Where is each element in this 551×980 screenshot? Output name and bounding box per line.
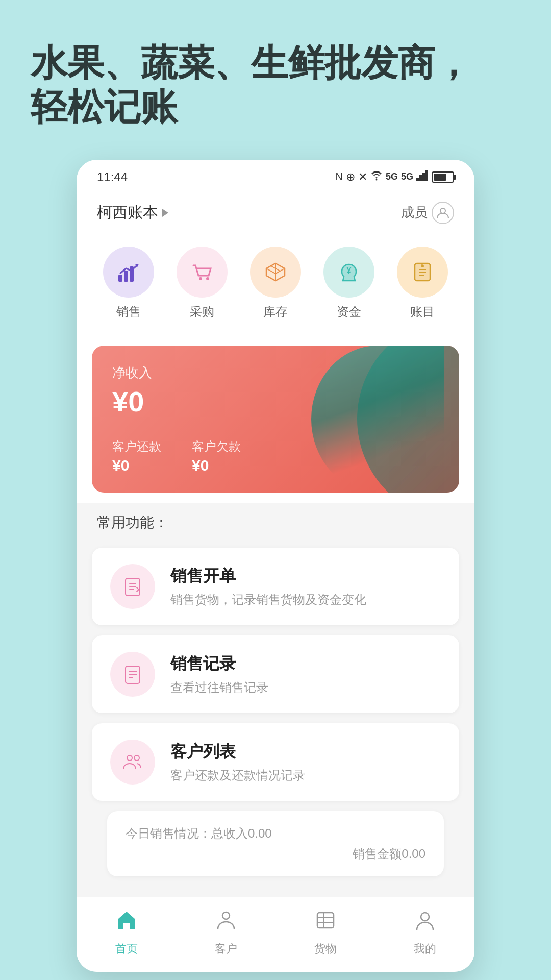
svg-rect-27	[317, 913, 334, 928]
battery-icon	[432, 172, 454, 183]
customer-repay-stat: 客户还款 ¥0	[112, 438, 161, 474]
svg-point-26	[222, 912, 230, 919]
nav-home[interactable]: 首页	[77, 908, 176, 957]
svg-point-25	[134, 755, 139, 761]
mine-nav-icon	[413, 908, 437, 937]
bottom-nav: 首页 客户	[77, 897, 474, 972]
svg-rect-4	[425, 170, 428, 181]
customers-nav-icon	[214, 908, 238, 937]
svg-point-0	[375, 179, 377, 180]
page-title: 水果、蔬菜、生鲜批发商， 轻松记账	[31, 41, 520, 129]
daily-sales-card: 今日销售情况：总收入0.00 销售金额0.00	[107, 811, 444, 876]
income-banner: 净收入 ¥0 客户还款 ¥0 客户欠款 ¥0	[92, 346, 459, 493]
svg-rect-6	[118, 275, 122, 282]
funds-icon: ¥	[323, 247, 374, 298]
bluetooth-icon: ⊕	[346, 170, 355, 184]
svg-point-5	[440, 208, 445, 213]
member-avatar-icon	[432, 202, 454, 224]
function-list: 销售开单 销售货物，记录销售货物及资金变化	[77, 537, 474, 811]
sales-icon	[103, 247, 154, 298]
nav-customers[interactable]: 客户	[176, 908, 276, 957]
function-sales-record[interactable]: 销售记录 查看过往销售记录	[92, 635, 459, 713]
accounts-icon: ¥	[397, 247, 448, 298]
feature-inventory[interactable]: 库存	[250, 247, 301, 320]
feature-sales[interactable]: 销售	[103, 247, 154, 320]
svg-rect-2	[419, 175, 422, 181]
common-functions-title: 常用功能：	[77, 503, 474, 537]
account-name-btn[interactable]: 柯西账本	[97, 202, 168, 223]
customer-list-text: 客户列表 客户还款及还款情况记录	[170, 741, 441, 783]
svg-rect-3	[422, 173, 425, 181]
customer-owe-stat: 客户欠款 ¥0	[192, 438, 241, 474]
svg-point-11	[206, 277, 209, 280]
app-content: 柯西账本 成员	[77, 189, 474, 897]
daily-sales-section: 今日销售情况：总收入0.00 销售金额0.00	[77, 811, 474, 897]
sales-order-text: 销售开单 销售货物，记录销售货物及资金变化	[170, 565, 441, 608]
svg-rect-7	[124, 271, 128, 282]
sales-record-icon	[110, 652, 155, 697]
svg-point-24	[127, 755, 132, 761]
chevron-right-icon	[162, 209, 168, 217]
feature-accounts[interactable]: ¥ 账目	[397, 247, 448, 320]
nav-goods[interactable]: 货物	[276, 908, 375, 957]
function-customer-list[interactable]: 客户列表 客户还款及还款情况记录	[92, 723, 459, 801]
home-icon	[114, 908, 139, 937]
sales-order-icon	[110, 564, 155, 609]
svg-text:¥: ¥	[421, 262, 424, 269]
feature-grid: 销售 采购	[77, 236, 474, 335]
svg-point-10	[199, 277, 202, 280]
inventory-icon	[250, 247, 301, 298]
sales-record-text: 销售记录 查看过往销售记录	[170, 653, 441, 696]
svg-text:¥: ¥	[347, 266, 352, 275]
feature-funds[interactable]: ¥ 资金	[323, 247, 374, 320]
goods-nav-icon	[313, 908, 338, 937]
wifi-icon	[370, 170, 383, 184]
customer-list-icon	[110, 740, 155, 785]
nav-mine[interactable]: 我的	[375, 908, 474, 957]
svg-rect-1	[416, 178, 419, 181]
nfc-icon: N	[336, 171, 343, 183]
svg-point-31	[421, 913, 429, 921]
status-icons: N ⊕ ✕ 5G 5G	[336, 170, 454, 184]
page-header: 水果、蔬菜、生鲜批发商， 轻松记账	[0, 0, 551, 150]
purchase-icon	[177, 247, 228, 298]
feature-purchase[interactable]: 采购	[177, 247, 228, 320]
top-nav: 柯西账本 成员	[77, 189, 474, 236]
5g-icon-1: 5G	[386, 172, 398, 182]
phone-mockup: 11:44 N ⊕ ✕ 5G 5G	[77, 160, 474, 972]
function-sales-order[interactable]: 销售开单 销售货物，记录销售货物及资金变化	[92, 548, 459, 625]
5g-icon-2: 5G	[401, 172, 413, 182]
signal-bars-icon	[416, 170, 429, 184]
signal-x-icon: ✕	[358, 170, 367, 184]
time-display: 11:44	[97, 170, 128, 184]
member-button[interactable]: 成员	[401, 202, 454, 224]
status-bar: 11:44 N ⊕ ✕ 5G 5G	[77, 160, 474, 189]
